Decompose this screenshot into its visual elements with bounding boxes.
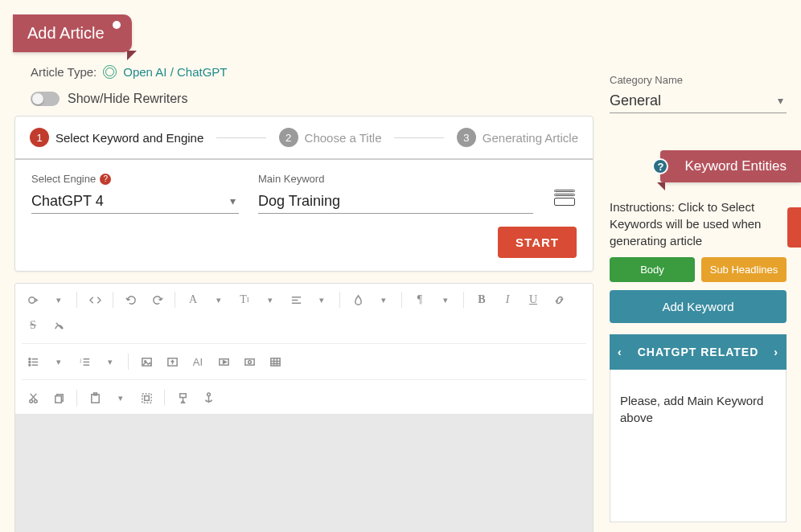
font-family-icon[interactable]: A	[182, 289, 204, 311]
editor-panel: ▾ A ▾ TI ▾ ▾ ▾ ¶ ▾ B	[14, 283, 594, 532]
start-button[interactable]: START	[498, 227, 577, 258]
clear-format-icon[interactable]	[47, 314, 70, 337]
code-view-icon[interactable]	[84, 289, 106, 311]
step-1[interactable]: 1 Select Keyword and Engine	[30, 128, 203, 147]
page-title: Add Article	[27, 24, 105, 42]
archive-icon[interactable]	[552, 190, 577, 211]
openai-icon	[103, 65, 117, 79]
redo-icon[interactable]	[146, 289, 168, 311]
help-icon[interactable]: ?	[652, 158, 668, 174]
copy-icon[interactable]	[47, 387, 70, 409]
chevron-down-icon[interactable]: ▾	[99, 350, 121, 373]
editor-content-area[interactable]	[15, 415, 593, 532]
align-icon[interactable]	[285, 289, 307, 311]
svg-point-3	[28, 364, 30, 366]
chevron-down-icon[interactable]: ▾	[434, 289, 457, 311]
show-hide-rewriters-toggle[interactable]	[31, 92, 60, 106]
svg-rect-20	[179, 393, 186, 397]
bold-icon[interactable]: B	[470, 289, 493, 311]
toolbar-separator-icon	[76, 292, 77, 308]
step-3[interactable]: 3 Generating Article	[457, 128, 578, 147]
help-icon[interactable]: ?	[100, 174, 111, 185]
toolbar-separator-icon	[128, 354, 129, 370]
chevron-down-icon[interactable]: ▾	[372, 289, 395, 311]
entities-instructions: Instructions: Click to Select Keywords w…	[610, 198, 787, 249]
svg-point-2	[28, 361, 30, 362]
right-edge-tab[interactable]	[787, 207, 801, 248]
underline-icon[interactable]: U	[522, 289, 544, 311]
chevron-down-icon[interactable]: ▾	[109, 387, 132, 409]
step-2[interactable]: 2 Choose a Title	[279, 128, 382, 147]
font-size-icon[interactable]: TI	[233, 289, 256, 311]
step-3-number: 3	[457, 128, 476, 147]
step-separator-icon	[216, 137, 265, 138]
engine-label: Select Engine	[31, 173, 96, 185]
paragraph-format-icon[interactable]	[22, 289, 44, 311]
sub-headlines-tag-button[interactable]: Sub Headlines	[701, 257, 787, 282]
article-type-row: Article Type: Open AI / ChatGPT	[14, 59, 594, 85]
ordered-list-icon[interactable]: 12	[73, 350, 96, 373]
related-header-label: CHATGPT RELATED	[638, 346, 759, 358]
video-icon[interactable]	[212, 350, 235, 373]
strikethrough-icon[interactable]: S	[22, 314, 44, 337]
step-1-number: 1	[30, 128, 49, 147]
keyword-label: Main Keyword	[258, 173, 324, 185]
format-painter-icon[interactable]	[171, 387, 194, 409]
paste-icon[interactable]	[84, 387, 106, 409]
svg-rect-19	[144, 395, 149, 400]
step-separator-icon	[394, 137, 443, 138]
step-3-label: Generating Article	[483, 131, 578, 145]
svg-point-11	[248, 360, 251, 363]
embed-icon[interactable]	[238, 350, 261, 373]
toolbar-separator-icon	[164, 390, 165, 406]
toolbar-separator-icon	[76, 390, 77, 406]
toolbar-separator-icon	[113, 292, 113, 308]
ai-icon[interactable]: AI	[187, 350, 209, 373]
svg-point-14	[34, 399, 37, 403]
cut-icon[interactable]	[22, 387, 44, 409]
main-keyword-input[interactable]	[258, 190, 533, 214]
svg-point-1	[28, 358, 30, 359]
editor-toolbar: ▾ A ▾ TI ▾ ▾ ▾ ¶ ▾ B	[15, 284, 593, 415]
svg-rect-15	[55, 395, 61, 402]
text-color-icon[interactable]	[347, 289, 369, 311]
keyword-entities-title: Keyword Entities	[684, 158, 787, 174]
step-1-label: Select Keyword and Engine	[55, 131, 203, 145]
chevron-right-icon[interactable]: ›	[774, 346, 778, 358]
table-icon[interactable]	[264, 350, 286, 373]
svg-point-0	[28, 297, 35, 303]
ribbon-dot-icon	[113, 21, 121, 29]
article-type-link[interactable]: Open AI / ChatGPT	[123, 65, 227, 79]
select-all-icon[interactable]	[135, 387, 158, 409]
italic-icon[interactable]: I	[496, 289, 519, 311]
toolbar-separator-icon	[401, 292, 402, 308]
chatgpt-related-header[interactable]: ‹ CHATGPT RELATED ›	[610, 334, 787, 370]
unordered-list-icon[interactable]	[22, 350, 44, 373]
svg-rect-12	[270, 358, 279, 365]
chevron-down-icon[interactable]: ▾	[310, 289, 333, 311]
chevron-left-icon[interactable]: ‹	[618, 346, 622, 358]
add-keyword-button[interactable]: Add Keyword	[610, 290, 787, 323]
body-tag-button[interactable]: Body	[610, 257, 695, 282]
stepper: 1 Select Keyword and Engine 2 Choose a T…	[15, 117, 593, 160]
paragraph-icon[interactable]: ¶	[409, 289, 431, 311]
undo-icon[interactable]	[120, 289, 142, 311]
step-2-number: 2	[279, 128, 298, 147]
toolbar-separator-icon	[175, 292, 175, 308]
svg-rect-18	[142, 393, 150, 402]
file-upload-icon[interactable]	[161, 350, 183, 373]
chevron-down-icon[interactable]: ▾	[207, 289, 230, 311]
category-select[interactable]	[610, 89, 787, 113]
related-placeholder: Please, add Main Keyword above	[620, 394, 763, 424]
image-icon[interactable]	[135, 350, 158, 373]
engine-select[interactable]	[31, 190, 239, 214]
svg-point-21	[207, 392, 210, 395]
wizard-card: 1 Select Keyword and Engine 2 Choose a T…	[14, 116, 594, 272]
link-icon[interactable]	[548, 289, 570, 311]
chevron-down-icon[interactable]: ▾	[47, 289, 70, 311]
chevron-down-icon[interactable]: ▾	[259, 289, 281, 311]
step-2-label: Choose a Title	[305, 131, 382, 145]
chevron-down-icon[interactable]: ▾	[47, 350, 70, 373]
anchor-icon[interactable]	[197, 387, 220, 409]
page-title-ribbon: Add Article	[13, 14, 132, 52]
